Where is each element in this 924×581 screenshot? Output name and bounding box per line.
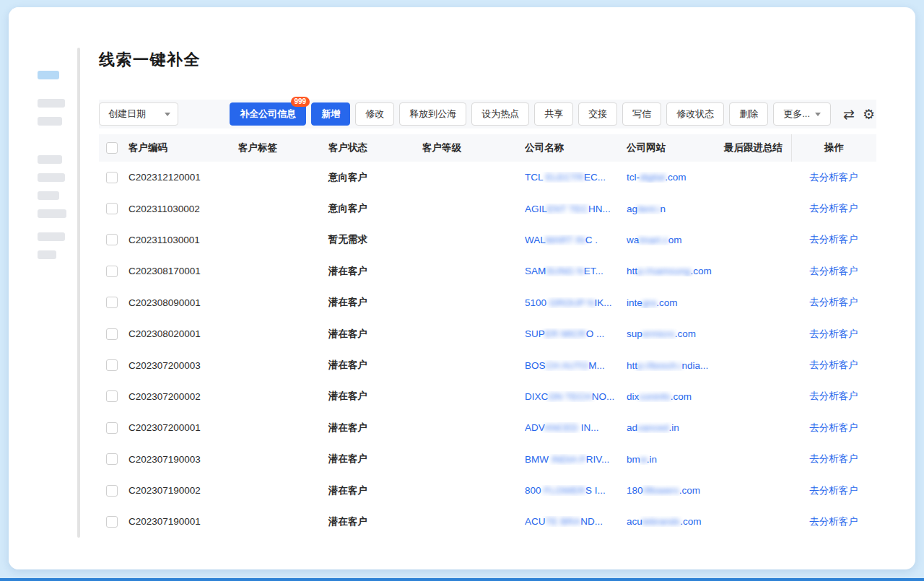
company-name-redacted: MART IN bbox=[546, 235, 585, 245]
more-button-label: 更多... bbox=[783, 108, 810, 121]
edit-button[interactable]: 修改 bbox=[355, 102, 394, 126]
header-company-name: 公司名称 bbox=[525, 141, 627, 154]
company-website-link[interactable]: dixconinfo.com bbox=[627, 391, 724, 402]
row-checkbox[interactable] bbox=[106, 422, 118, 434]
website-redacted: lmart.c bbox=[639, 235, 668, 245]
company-name-link[interactable]: DIXCON TECHNO... bbox=[525, 391, 627, 402]
analyze-customer-link[interactable]: 去分析客户 bbox=[809, 453, 858, 466]
analyze-customer-link[interactable]: 去分析客户 bbox=[809, 515, 858, 528]
delete-button[interactable]: 删除 bbox=[729, 102, 768, 126]
header-customer-code: 客户编码 bbox=[126, 141, 238, 154]
chevron-down-icon bbox=[815, 113, 821, 116]
page-title: 线索一键补全 bbox=[99, 49, 876, 71]
row-checkbox[interactable] bbox=[106, 266, 118, 277]
website-prefix: wa bbox=[627, 235, 639, 245]
row-checkbox[interactable] bbox=[106, 234, 118, 245]
row-checkbox[interactable] bbox=[106, 172, 118, 183]
row-checkbox[interactable] bbox=[106, 328, 118, 340]
website-prefix: ad bbox=[627, 422, 637, 433]
company-website-link[interactable]: advanced.in bbox=[627, 422, 724, 433]
row-checkbox[interactable] bbox=[106, 359, 118, 371]
analyze-customer-link[interactable]: 去分析客户 bbox=[809, 296, 858, 309]
company-website-link[interactable]: tcl-digital.com bbox=[627, 172, 724, 183]
company-website-link[interactable]: walmart.com bbox=[627, 235, 724, 245]
company-name-link[interactable]: AGILENT TECHN... bbox=[525, 204, 627, 214]
company-name-link[interactable]: 800 FLOWERS I... bbox=[525, 485, 627, 496]
complete-company-info-button[interactable]: 补全公司信息 999 bbox=[230, 102, 306, 126]
vertical-scrollbar[interactable] bbox=[77, 48, 80, 538]
transfer-icon[interactable]: ⇄ bbox=[842, 108, 856, 121]
customer-code: C202307190001 bbox=[126, 516, 238, 527]
website-prefix: acu bbox=[627, 516, 642, 527]
analyze-customer-link[interactable]: 去分析客户 bbox=[809, 202, 858, 215]
complete-company-info-label: 补全公司信息 bbox=[240, 108, 296, 121]
analyze-customer-link[interactable]: 去分析客户 bbox=[809, 171, 858, 184]
company-website-link[interactable]: 1800flowers.com bbox=[627, 485, 724, 496]
background-bottom-bar bbox=[0, 578, 924, 581]
date-filter-select[interactable]: 创建日期 bbox=[99, 102, 178, 126]
company-name-link[interactable]: SAMSUNG NET... bbox=[525, 266, 627, 276]
handover-button[interactable]: 交接 bbox=[578, 102, 617, 126]
company-name-link[interactable]: BMW INDIA PRIV... bbox=[525, 454, 627, 465]
company-name-redacted: TE BRA bbox=[546, 516, 581, 527]
analyze-customer-link[interactable]: 去分析客户 bbox=[809, 359, 858, 372]
skeleton-bar bbox=[38, 155, 62, 164]
company-name-prefix: BMW bbox=[525, 454, 549, 465]
company-name-redacted: INDIA P bbox=[549, 454, 586, 465]
company-website-link[interactable]: acutebrands.com bbox=[627, 516, 724, 527]
analyze-customer-link[interactable]: 去分析客户 bbox=[809, 484, 858, 497]
company-website-link[interactable]: http://samsung.com bbox=[627, 266, 724, 276]
header-customer-status: 客户状态 bbox=[328, 141, 422, 154]
company-name-link[interactable]: TCL ELECTREC... bbox=[525, 172, 627, 183]
set-hotspot-button[interactable]: 设为热点 bbox=[471, 102, 529, 126]
add-button[interactable]: 新增 bbox=[311, 102, 350, 126]
more-button[interactable]: 更多... bbox=[773, 102, 831, 126]
gear-icon[interactable]: ⚙ bbox=[861, 108, 876, 121]
row-checkbox[interactable] bbox=[106, 297, 118, 308]
row-checkbox[interactable] bbox=[106, 453, 118, 465]
analyze-customer-link[interactable]: 去分析客户 bbox=[809, 390, 858, 403]
company-website-link[interactable]: bmw.in bbox=[627, 454, 724, 465]
website-prefix: sup bbox=[627, 328, 642, 339]
skeleton-bar bbox=[38, 209, 66, 218]
company-website-link[interactable]: integra.com bbox=[627, 297, 724, 308]
company-name-link[interactable]: WALMART INC . bbox=[525, 235, 627, 245]
customer-code: C202308090001 bbox=[126, 297, 238, 308]
header-last-followup: 最后跟进总结 bbox=[724, 141, 791, 154]
company-name-link[interactable]: ADVANCED IN... bbox=[525, 422, 627, 433]
website-redacted: p://samsung bbox=[637, 266, 691, 276]
website-suffix: .com bbox=[680, 516, 701, 527]
company-website-link[interactable]: agilent.in bbox=[627, 204, 724, 214]
website-suffix: .com bbox=[671, 391, 692, 402]
customer-status: 潜在客户 bbox=[328, 453, 422, 466]
analyze-customer-link[interactable]: 去分析客户 bbox=[809, 233, 858, 246]
company-name-link[interactable]: SUPER MICRO ... bbox=[525, 328, 627, 339]
company-name-link[interactable]: ACUTE BRAND... bbox=[525, 516, 627, 527]
company-name-redacted: SUNG N bbox=[546, 266, 584, 276]
release-to-pool-button[interactable]: 释放到公海 bbox=[399, 102, 466, 126]
company-website-link[interactable]: http://bosch.india... bbox=[627, 360, 724, 371]
company-name-prefix: AGIL bbox=[525, 204, 547, 214]
company-name-prefix: TCL bbox=[525, 172, 546, 183]
analyze-customer-link[interactable]: 去分析客户 bbox=[809, 328, 858, 341]
row-checkbox[interactable] bbox=[106, 203, 118, 214]
row-checkbox[interactable] bbox=[106, 516, 118, 528]
company-website-link[interactable]: supermicro.com bbox=[627, 328, 724, 339]
company-name-prefix: WAL bbox=[525, 235, 546, 245]
row-checkbox[interactable] bbox=[106, 485, 118, 497]
website-prefix: htt bbox=[627, 266, 637, 276]
write-email-button[interactable]: 写信 bbox=[622, 102, 661, 126]
website-prefix: inte bbox=[627, 297, 642, 308]
company-name-link[interactable]: BOSCH AUTOM... bbox=[525, 360, 627, 371]
website-redacted: vanced bbox=[637, 422, 669, 433]
website-prefix: bm bbox=[627, 454, 640, 465]
row-checkbox[interactable] bbox=[106, 390, 118, 402]
chevron-down-icon bbox=[165, 113, 170, 116]
company-name-suffix: RIV... bbox=[586, 454, 610, 465]
share-button[interactable]: 共享 bbox=[534, 102, 573, 126]
company-name-link[interactable]: 5100 GROUP NIK... bbox=[525, 297, 627, 308]
select-all-checkbox[interactable] bbox=[106, 142, 118, 154]
analyze-customer-link[interactable]: 去分析客户 bbox=[809, 421, 858, 434]
change-status-button[interactable]: 修改状态 bbox=[666, 102, 724, 126]
analyze-customer-link[interactable]: 去分析客户 bbox=[809, 265, 858, 278]
